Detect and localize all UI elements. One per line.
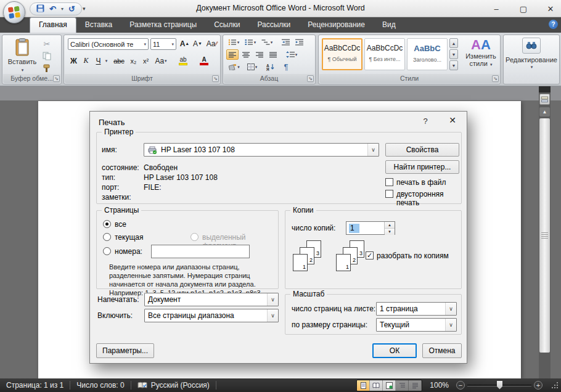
zoom-slider-track[interactable] <box>467 385 531 386</box>
spin-down-icon[interactable]: ▼ <box>385 229 395 235</box>
print-what-arrow-icon[interactable]: ∨ <box>267 293 278 306</box>
copies-count-spinner[interactable]: 1 ▲ ▼ <box>346 221 395 235</box>
minimize-button[interactable]: – <box>492 4 501 14</box>
styles-scroll-down-icon[interactable]: ▼ <box>449 49 458 59</box>
font-dialog-launcher[interactable]: ⇘ <box>212 75 219 82</box>
scrollbar-thumb[interactable] <box>539 118 550 353</box>
style-heading1[interactable]: AaBbC Заголово... <box>407 38 448 70</box>
style-no-spacing[interactable]: AaBbCcDc ¶ Без инте... <box>364 38 405 70</box>
zoom-slider-thumb[interactable] <box>497 381 502 390</box>
font-size-dropdown-icon[interactable]: ▾ <box>171 42 174 47</box>
align-left-button[interactable] <box>226 49 239 60</box>
borders-button[interactable]: ▾ <box>244 62 260 72</box>
clipboard-dialog-launcher[interactable]: ⇘ <box>53 75 60 82</box>
styles-dialog-launcher[interactable]: ⇘ <box>492 75 499 82</box>
duplex-checkbox[interactable] <box>385 190 393 198</box>
paste-button[interactable]: Вставить ▾ <box>7 38 37 74</box>
shading-button[interactable]: ▾ <box>226 62 242 72</box>
print-what-select[interactable]: Документ ∨ <box>144 293 279 306</box>
cancel-button[interactable]: Отмена <box>422 343 462 358</box>
office-button[interactable] <box>3 1 25 23</box>
tab-home[interactable]: Главная <box>30 17 76 33</box>
font-size-combo[interactable]: 11 ▾ <box>150 38 176 50</box>
styles-scroll-up-icon[interactable]: ▲ <box>449 38 458 48</box>
numbering-button[interactable]: ▾ <box>243 37 258 47</box>
printer-combo-arrow-icon[interactable]: ∨ <box>367 144 379 156</box>
superscript-button[interactable]: x² <box>140 55 152 67</box>
styles-more-icon[interactable]: ▼ <box>449 60 458 70</box>
italic-button[interactable]: К <box>80 55 92 67</box>
pages-all-radio[interactable] <box>103 220 111 228</box>
resize-grip[interactable] <box>551 382 559 389</box>
tab-review[interactable]: Рецензирование <box>299 17 374 33</box>
bold-button[interactable]: Ж <box>68 55 80 67</box>
help-icon[interactable]: ? <box>549 20 558 29</box>
editing-dropdown-icon[interactable]: ▾ <box>504 65 559 70</box>
tab-page-layout[interactable]: Разметка страницы <box>121 17 205 33</box>
line-spacing-button[interactable]: ▾ <box>284 49 300 60</box>
word-count[interactable]: Число слов: 0 <box>70 381 130 390</box>
shrink-font-button[interactable]: А▼ <box>192 38 203 49</box>
printer-properties-button[interactable]: Свойства <box>385 143 459 157</box>
tab-mailings[interactable]: Рассылки <box>248 17 299 33</box>
font-color-button[interactable]: А <box>195 55 213 67</box>
find-icon[interactable] <box>522 38 541 54</box>
change-styles-button[interactable]: AA Изменить стили ▾ <box>462 38 500 73</box>
subscript-button[interactable]: x₂ <box>128 55 139 67</box>
pages-per-sheet-select[interactable]: 1 страница ∨ <box>376 302 457 316</box>
sort-button[interactable]: АЯ <box>264 62 277 72</box>
paragraph-dialog-launcher[interactable]: ⇘ <box>307 75 314 82</box>
spin-up-icon[interactable]: ▲ <box>385 222 395 229</box>
align-right-button[interactable] <box>253 49 266 60</box>
find-printer-button[interactable]: Найти принтер... <box>385 160 459 174</box>
collate-checkbox[interactable]: ✓ <box>366 251 374 259</box>
copy-icon[interactable] <box>41 51 53 61</box>
group-editing[interactable]: Редактирование ▾ <box>503 35 560 84</box>
decrease-indent-button[interactable] <box>280 37 292 47</box>
bullets-button[interactable]: ▾ <box>226 37 241 47</box>
pages-per-sheet-arrow-icon[interactable]: ∨ <box>445 303 456 315</box>
scroll-up-icon[interactable]: ▲ <box>539 107 550 116</box>
view-fullscreen-reading-button[interactable] <box>370 380 383 391</box>
include-select[interactable]: Все страницы диапазона ∨ <box>144 309 279 322</box>
highlight-button[interactable]: ab <box>174 55 192 67</box>
view-draft-button[interactable] <box>409 380 422 391</box>
pages-current-radio[interactable] <box>103 233 111 241</box>
tab-view[interactable]: Вид <box>374 17 404 33</box>
zoom-out-icon[interactable]: − <box>456 381 465 390</box>
fit-to-page-select[interactable]: Текущий ∨ <box>376 318 457 332</box>
align-center-button[interactable] <box>240 49 252 60</box>
increase-indent-button[interactable] <box>293 37 306 47</box>
tab-insert[interactable]: Вставка <box>76 17 121 33</box>
view-web-layout-button[interactable] <box>383 380 396 391</box>
font-name-dropdown-icon[interactable]: ▾ <box>144 42 146 47</box>
options-button[interactable]: Параметры... <box>96 343 154 358</box>
multilevel-list-button[interactable]: ▾ <box>260 37 274 47</box>
view-print-layout-button[interactable] <box>357 380 370 391</box>
justify-button[interactable] <box>267 49 279 60</box>
strikethrough-button[interactable]: abc <box>111 55 127 67</box>
include-arrow-icon[interactable]: ∨ <box>267 309 278 322</box>
zoom-level[interactable]: 100% <box>426 381 452 390</box>
grow-font-button[interactable]: А▲ <box>179 38 190 49</box>
vertical-scrollbar[interactable]: ▲ <box>539 86 551 378</box>
page-indicator[interactable]: Страница: 1 из 1 <box>0 381 70 390</box>
ok-button[interactable]: ОК <box>372 343 417 358</box>
underline-dropdown-icon[interactable]: ▾ <box>103 55 109 67</box>
zoom-in-icon[interactable]: + <box>534 381 543 390</box>
view-outline-button[interactable] <box>396 380 409 391</box>
dialog-close-button[interactable]: ✕ <box>446 115 459 125</box>
ruler-toggle-button[interactable] <box>539 94 550 105</box>
fit-to-page-arrow-icon[interactable]: ∨ <box>445 319 456 331</box>
printer-name-combo[interactable]: HP Laser 103 107 108 ∨ <box>144 143 379 157</box>
pages-numbers-input[interactable] <box>151 245 250 258</box>
format-painter-icon[interactable] <box>41 63 53 73</box>
style-normal[interactable]: AaBbCcDc ¶ Обычный <box>322 38 362 70</box>
dialog-help-button[interactable]: ? <box>420 116 431 126</box>
change-case-button[interactable]: Aa▾ <box>153 55 169 67</box>
font-name-combo[interactable]: Calibri (Основной те ▾ <box>68 38 149 50</box>
clear-formatting-button[interactable]: Aa <box>206 38 218 49</box>
maximize-button[interactable]: ▢ <box>519 4 528 14</box>
cut-icon[interactable]: ✂ <box>41 39 53 49</box>
language-indicator[interactable]: Русский (Россия) <box>131 381 216 390</box>
